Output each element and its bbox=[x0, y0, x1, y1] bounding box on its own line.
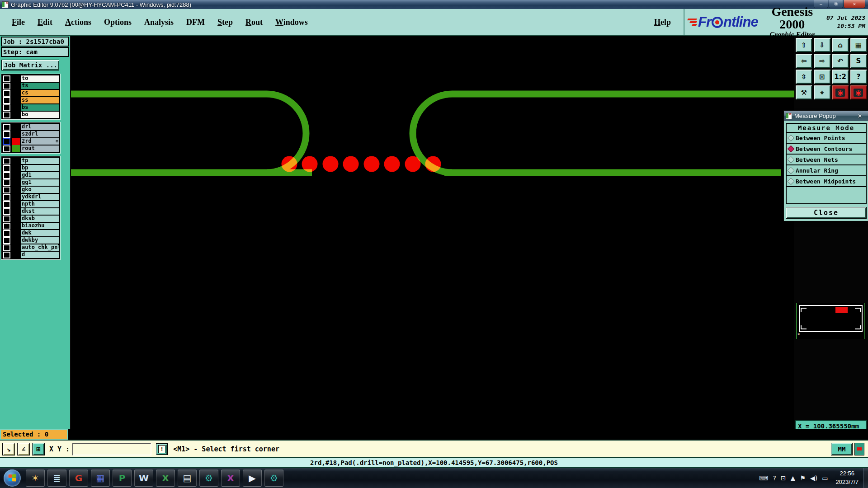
grid-toggle-button[interactable]: ⊞ bbox=[32, 443, 45, 455]
layer-color-swatch[interactable] bbox=[12, 251, 20, 258]
excel-app-taskbar-button[interactable]: X bbox=[156, 469, 175, 487]
layer-color-swatch[interactable] bbox=[12, 179, 20, 186]
layer-checkbox[interactable] bbox=[3, 194, 10, 201]
layer-color-swatch[interactable] bbox=[12, 145, 20, 152]
layer-color-swatch[interactable] bbox=[12, 215, 20, 222]
layer-color-swatch[interactable] bbox=[12, 75, 20, 82]
layer-name[interactable]: to bbox=[20, 75, 59, 82]
layer-color-swatch[interactable] bbox=[12, 186, 20, 193]
home-view-button[interactable]: ⌂ bbox=[832, 38, 849, 52]
snap-angle-button[interactable]: ∠ bbox=[17, 443, 30, 455]
start-button[interactable] bbox=[4, 469, 21, 487]
layer-color-swatch[interactable] bbox=[12, 230, 20, 237]
layer-checkbox[interactable] bbox=[3, 112, 10, 118]
layer-checkbox[interactable] bbox=[3, 252, 10, 258]
x-purple-app-taskbar-button[interactable]: X bbox=[221, 469, 240, 487]
layer-checkbox[interactable] bbox=[3, 230, 10, 237]
thumbnail-view-rect[interactable] bbox=[835, 307, 848, 313]
layer-name[interactable]: ss bbox=[20, 97, 59, 104]
drill-pad-dot[interactable] bbox=[302, 156, 318, 172]
layer-color-swatch[interactable] bbox=[12, 97, 20, 104]
layer-color-swatch[interactable] bbox=[12, 123, 20, 131]
overview-thumbnail[interactable]: ✕ bbox=[796, 303, 866, 339]
pan-right-button[interactable]: ⇨ bbox=[813, 53, 830, 68]
layer-color-swatch[interactable] bbox=[12, 104, 20, 111]
layer-name[interactable]: gd1 bbox=[20, 172, 59, 179]
menu-options[interactable]: Options bbox=[98, 16, 138, 29]
action-center-tray-icon[interactable]: ⚑ bbox=[800, 474, 806, 482]
layer-color-swatch[interactable] bbox=[12, 201, 20, 208]
layer-name[interactable]: dksb bbox=[20, 215, 59, 222]
layer-name[interactable]: 2rd⊞ bbox=[20, 138, 59, 145]
cam-gear-app-taskbar-button[interactable]: ⚙ bbox=[199, 469, 218, 487]
layer-checkbox[interactable] bbox=[3, 75, 10, 82]
layer-checkbox[interactable] bbox=[3, 216, 10, 222]
zoom-fit-button[interactable]: ⇳ bbox=[795, 69, 812, 84]
measure-option-between-contours[interactable]: Between Contours bbox=[786, 144, 867, 155]
layer-checkbox[interactable] bbox=[3, 179, 10, 186]
snap-corner-button[interactable]: ↘ bbox=[2, 443, 15, 455]
net-shape-button[interactable]: S bbox=[850, 53, 867, 68]
xy-coordinate-input[interactable] bbox=[72, 443, 151, 455]
layer-row-gg1[interactable]: gg1 bbox=[2, 179, 59, 186]
layer-row-drl[interactable]: drl bbox=[2, 123, 59, 131]
drill-pad-dot[interactable] bbox=[282, 156, 297, 172]
menu-file[interactable]: File bbox=[5, 16, 31, 29]
floppy-64-app-taskbar-button[interactable]: ▦ bbox=[91, 469, 110, 487]
layer-color-swatch[interactable] bbox=[12, 89, 20, 97]
layer-checkbox[interactable] bbox=[3, 172, 10, 179]
netlist-b-button[interactable]: ◉ bbox=[850, 85, 867, 100]
job-matrix-button[interactable]: Job Matrix ... bbox=[1, 60, 59, 70]
view-paste-down-button[interactable]: ⇩ bbox=[813, 38, 830, 52]
layer-name[interactable]: szdrl bbox=[20, 131, 59, 138]
layer-checkbox[interactable] bbox=[3, 244, 10, 251]
layer-name[interactable]: auto_chk_pnl bbox=[20, 244, 59, 251]
xy-window-button[interactable]: ▦ bbox=[850, 38, 867, 52]
layer-row-dwk[interactable]: dwk bbox=[2, 230, 59, 237]
scale-1-2-button[interactable]: 1:2 bbox=[832, 69, 849, 84]
measure-option-between-points[interactable]: Between Points bbox=[786, 133, 867, 144]
word-app-taskbar-button[interactable]: W bbox=[134, 469, 153, 487]
menu-actions[interactable]: Actions bbox=[59, 16, 98, 29]
tools-setup-button[interactable]: ⚒ bbox=[795, 85, 812, 100]
drill-pad-dot[interactable] bbox=[384, 156, 400, 172]
drill-pad-dot[interactable] bbox=[425, 156, 441, 172]
netlist-a-button[interactable]: ◉ bbox=[832, 85, 849, 100]
measure-option-between-midpoints[interactable]: Between Midpoints bbox=[786, 176, 867, 187]
show-hidden-tray-icon[interactable]: ▲ bbox=[791, 474, 796, 482]
taskbar-clock[interactable]: 22:56 2023/7/7 bbox=[835, 469, 859, 487]
drill-pad-dot[interactable] bbox=[364, 156, 380, 172]
layer-row-tp[interactable]: tp bbox=[2, 157, 59, 164]
layer-name[interactable]: biaozhu bbox=[20, 222, 59, 230]
layer-name[interactable]: bp bbox=[20, 164, 59, 172]
layer-name[interactable]: dkst bbox=[20, 208, 59, 215]
pcb-canvas[interactable] bbox=[71, 36, 794, 429]
layer-color-swatch[interactable] bbox=[12, 131, 20, 138]
layer-name[interactable]: drl bbox=[20, 123, 59, 131]
drill-pad-dot[interactable] bbox=[323, 156, 339, 172]
layer-color-swatch[interactable] bbox=[12, 82, 20, 89]
layer-row-bs[interactable]: bs bbox=[2, 104, 59, 111]
layer-row-rout[interactable]: rout bbox=[2, 145, 59, 152]
layer-color-swatch[interactable] bbox=[12, 222, 20, 230]
menu-windows[interactable]: Windows bbox=[269, 16, 314, 29]
layer-checkbox[interactable] bbox=[3, 201, 10, 208]
menu-dfm[interactable]: DFM bbox=[180, 16, 211, 29]
layer-row-2rd[interactable]: 2rd⊞ bbox=[2, 138, 59, 145]
layer-color-swatch[interactable] bbox=[12, 111, 20, 118]
layer-color-swatch[interactable] bbox=[12, 244, 20, 251]
layer-row-dkst[interactable]: dkst bbox=[2, 208, 59, 215]
layer-name[interactable]: rout bbox=[20, 145, 59, 152]
layer-color-swatch[interactable] bbox=[12, 172, 20, 179]
units-indicator-button[interactable] bbox=[854, 443, 864, 455]
layer-checkbox[interactable] bbox=[3, 223, 10, 230]
layer-checkbox[interactable] bbox=[3, 138, 10, 145]
layer-row-ss[interactable]: ss bbox=[2, 97, 59, 104]
shell-app-taskbar-button[interactable]: ✶ bbox=[26, 469, 45, 487]
layer-checkbox[interactable] bbox=[3, 158, 10, 164]
layer-row-cs[interactable]: cs bbox=[2, 89, 59, 97]
layer-name[interactable]: dwkby bbox=[20, 237, 59, 244]
drill-pad-dot[interactable] bbox=[405, 156, 421, 172]
keyboard-tray-icon[interactable]: ⌨ bbox=[759, 474, 768, 482]
menu-edit[interactable]: Edit bbox=[31, 16, 59, 29]
